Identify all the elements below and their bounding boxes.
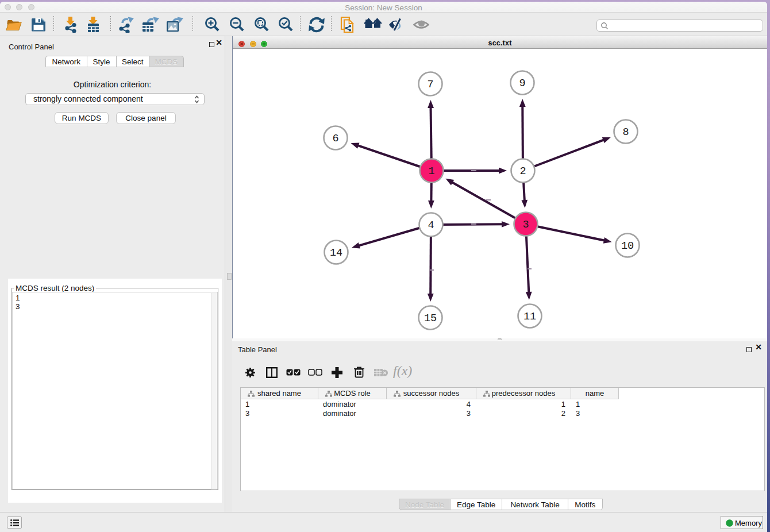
svg-text:14: 14 [330,247,342,259]
svg-text:6: 6 [332,133,338,145]
svg-text:11: 11 [523,311,536,323]
svg-text:8: 8 [622,126,629,138]
svg-text:9: 9 [519,78,525,90]
svg-text:4: 4 [428,219,434,232]
svg-text:2: 2 [519,165,526,178]
svg-text:10: 10 [621,240,634,252]
svg-text:15: 15 [424,313,437,325]
svg-text:1: 1 [428,165,434,178]
svg-text:7: 7 [427,79,433,91]
svg-text:3: 3 [522,219,529,231]
